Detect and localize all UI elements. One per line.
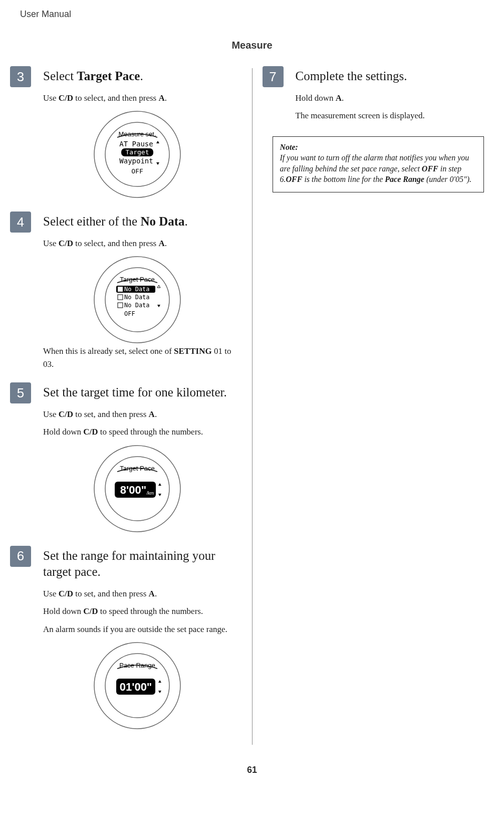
text-strong: C/D: [83, 606, 98, 616]
screen-option: No Data: [124, 302, 150, 309]
text: to select, and then press: [73, 239, 158, 248]
svg-rect-6: [118, 287, 123, 292]
chapter-title: Measure: [20, 40, 484, 51]
screen-unit: /km: [147, 491, 154, 496]
text-strong: A: [149, 589, 155, 598]
text-strong: C/D: [59, 93, 73, 103]
step-title: Complete the settings.: [296, 68, 484, 85]
screen-title: Target Pace: [120, 276, 155, 283]
right-column: 7 Complete the settings. Hold down A. Th…: [273, 68, 484, 745]
step-extra: When this is already set, select one of …: [43, 345, 232, 370]
step-title: Set the range for maintaining your targe…: [43, 548, 232, 580]
step-7: 7 Complete the settings. Hold down A. Th…: [273, 68, 484, 122]
step-body: Use C/D to select, and then press A.: [43, 92, 232, 105]
text: to speed through the numbers.: [98, 606, 203, 616]
step-number-badge: 6: [10, 546, 31, 567]
text-strong: C/D: [59, 589, 73, 598]
doc-header: User Manual: [20, 9, 484, 20]
left-column: 3 Select Target Pace. Use C/D to select,…: [20, 68, 232, 745]
text-strong: No Data: [140, 215, 184, 228]
text: Hold down: [296, 93, 336, 103]
text: Use: [43, 239, 59, 248]
screen-line: Waypoint: [120, 157, 153, 165]
text: .: [165, 93, 167, 103]
step-body: Use C/D to select, and then press A.: [43, 237, 232, 250]
watch-figure-step3: Measure set. AT Pause Target Waypoint OF…: [92, 109, 182, 199]
text: Use: [43, 93, 59, 103]
note-text: (under 0'05").: [424, 175, 471, 183]
text: Select either of the: [43, 215, 140, 228]
screen-title: Measure set.: [119, 130, 156, 138]
text: .: [155, 589, 157, 598]
column-divider: [252, 68, 253, 745]
text-strong: A: [336, 93, 342, 103]
text: When this is already set, select one of: [43, 346, 174, 356]
text: .: [342, 93, 344, 103]
note-label: Note:: [280, 143, 298, 151]
text: .: [165, 239, 167, 248]
text: to select, and then press: [73, 93, 158, 103]
text-strong: SETTING: [174, 346, 212, 356]
text-strong: A: [158, 239, 164, 248]
screen-option: No Data: [124, 286, 150, 293]
screen-value: 01'00": [120, 681, 152, 693]
watch-figure-step5: Target Pace 8'00" /km: [92, 444, 182, 534]
watch-figure-step4: Target Pace No Data No Data No Data OFF: [92, 255, 182, 345]
screen-option: No Data: [124, 294, 150, 301]
text-strong: C/D: [83, 427, 98, 437]
text-strong: A: [149, 409, 155, 419]
screen-title: Target Pace: [120, 465, 155, 472]
text-strong: Target Pace: [77, 69, 140, 83]
watch-figure-step6: Pace Range 01'00": [92, 641, 182, 731]
step-number-badge: 3: [10, 66, 31, 87]
note-strong: OFF: [286, 175, 303, 183]
step-body: Use C/D to set, and then press A.: [43, 587, 232, 600]
step-4: 4 Select either of the No Data. Use C/D …: [20, 214, 232, 370]
screen-line-selected: Target: [126, 148, 149, 156]
step-body: Use C/D to set, and then press A.: [43, 408, 232, 421]
step-5: 5 Set the target time for one kilometer.…: [20, 384, 232, 534]
text-strong: A: [158, 93, 164, 103]
text: Select: [43, 69, 77, 83]
step-body: Hold down C/D to speed through the numbe…: [43, 426, 232, 439]
step-6: 6 Set the range for maintaining your tar…: [20, 548, 232, 731]
text: Hold down: [43, 427, 83, 437]
screen-value: 8'00": [120, 484, 146, 496]
page-number: 61: [20, 765, 484, 775]
text-strong: C/D: [59, 239, 73, 248]
step-body: Hold down A.: [296, 92, 484, 105]
step-title: Select Target Pace.: [43, 68, 232, 85]
text: to set, and then press: [73, 589, 149, 598]
screen-bottom: OFF: [132, 167, 144, 175]
step-body: An alarm sounds if you are outside the s…: [43, 623, 232, 636]
step-number-badge: 5: [10, 382, 31, 403]
note-strong: Pace Range: [385, 175, 424, 183]
text: Use: [43, 589, 59, 598]
note-box: Note: If you want to turn off the alarm …: [273, 136, 484, 192]
step-title: Select either of the No Data.: [43, 214, 232, 230]
note-text: is the bottom line for the: [302, 175, 385, 183]
text: Hold down: [43, 606, 83, 616]
text: .: [185, 215, 188, 228]
note-strong: OFF: [422, 164, 438, 173]
text: to set, and then press: [73, 409, 149, 419]
step-body: Hold down C/D to speed through the numbe…: [43, 605, 232, 618]
step-number-badge: 4: [10, 212, 31, 233]
text: .: [140, 69, 143, 83]
screen-bottom: OFF: [124, 310, 135, 317]
text: .: [155, 409, 157, 419]
text: to speed through the numbers.: [98, 427, 203, 437]
step-number-badge: 7: [263, 66, 284, 87]
step-title: Set the target time for one kilometer.: [43, 384, 232, 401]
screen-line: AT Pause: [120, 140, 153, 148]
step-body: The measurement screen is displayed.: [296, 109, 484, 122]
step-3: 3 Select Target Pace. Use C/D to select,…: [20, 68, 232, 199]
text: Use: [43, 409, 59, 419]
text-strong: C/D: [59, 409, 73, 419]
screen-title: Pace Range: [119, 662, 155, 669]
